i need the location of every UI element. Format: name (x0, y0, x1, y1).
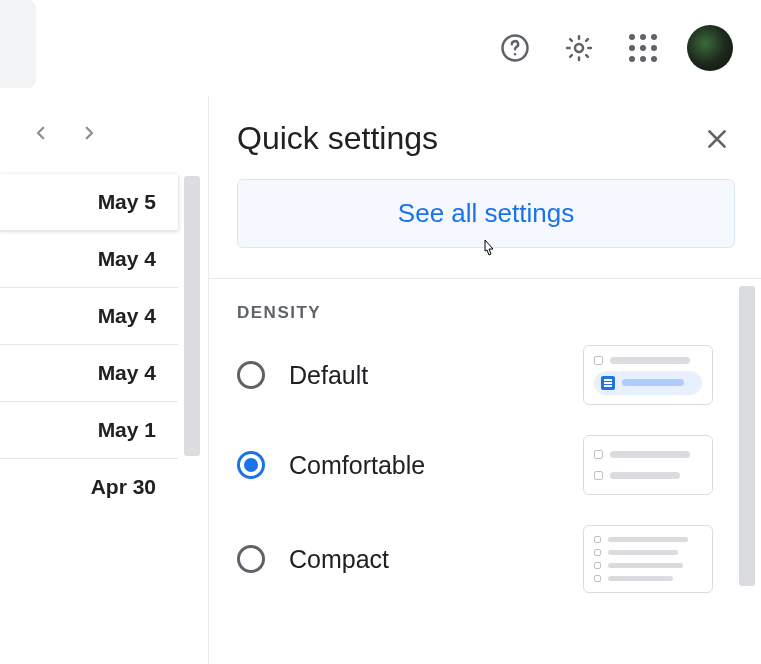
avatar[interactable] (687, 25, 733, 71)
see-all-settings-label: See all settings (398, 198, 574, 228)
gear-icon[interactable] (559, 28, 599, 68)
pointer-cursor-icon (478, 238, 498, 267)
date-item[interactable]: May 4 (0, 344, 178, 401)
density-option-label: Comfortable (289, 451, 425, 480)
density-option-compact[interactable]: Compact (237, 525, 735, 593)
radio-icon[interactable] (237, 451, 265, 479)
scrollbar[interactable] (739, 286, 755, 586)
chevron-left-icon[interactable] (32, 124, 50, 146)
date-item[interactable]: Apr 30 (0, 458, 178, 515)
chevron-right-icon[interactable] (80, 124, 98, 146)
radio-icon[interactable] (237, 361, 265, 389)
see-all-settings-button[interactable]: See all settings (237, 179, 735, 248)
density-preview-compact (583, 525, 713, 593)
svg-point-2 (575, 44, 583, 52)
density-preview-default (583, 345, 713, 405)
help-icon[interactable] (495, 28, 535, 68)
density-option-label: Compact (289, 545, 389, 574)
density-section-label: DENSITY (237, 303, 735, 323)
apps-icon[interactable] (623, 28, 663, 68)
date-item[interactable]: May 4 (0, 287, 178, 344)
radio-icon[interactable] (237, 545, 265, 573)
density-option-label: Default (289, 361, 368, 390)
svg-point-1 (514, 53, 517, 56)
scrollbar[interactable] (184, 176, 200, 456)
date-sidebar: May 5 May 4 May 4 May 4 May 1 Apr 30 (0, 96, 178, 664)
top-toolbar (0, 0, 761, 96)
panel-title: Quick settings (237, 120, 438, 157)
date-item[interactable]: May 4 (0, 230, 178, 287)
density-option-comfortable[interactable]: Comfortable (237, 435, 735, 495)
divider (209, 278, 761, 279)
search-edge-stub (0, 0, 36, 88)
density-preview-comfortable (583, 435, 713, 495)
content-area: May 5 May 4 May 4 May 4 May 1 Apr 30 Qui… (0, 96, 761, 664)
density-option-default[interactable]: Default (237, 345, 735, 405)
quick-settings-panel: Quick settings See all settings DENSITY … (208, 96, 761, 664)
close-icon[interactable] (699, 121, 735, 157)
date-item[interactable]: May 1 (0, 401, 178, 458)
date-item[interactable]: May 5 (0, 174, 178, 230)
